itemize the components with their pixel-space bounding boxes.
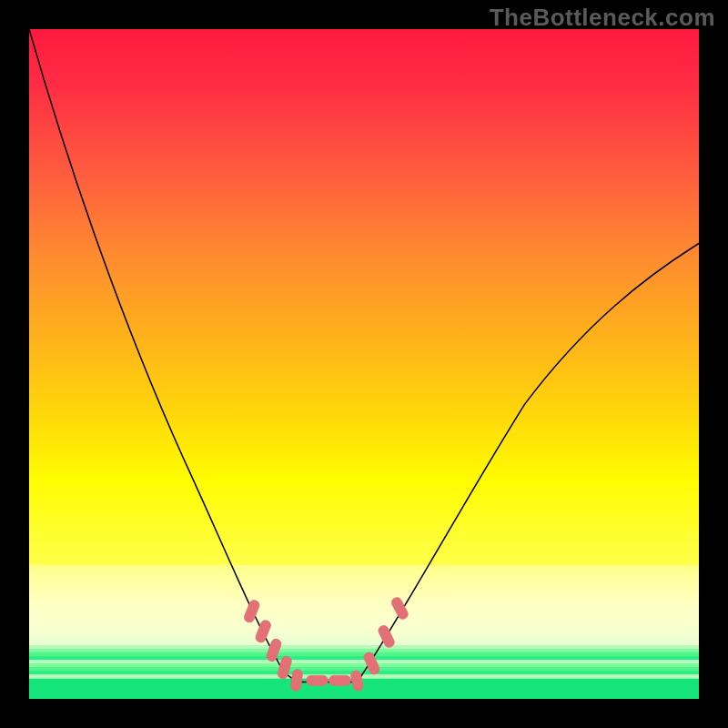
watermark-text: TheBottleneck.com: [490, 4, 715, 32]
svg-rect-0: [243, 599, 261, 623]
svg-rect-8: [362, 651, 380, 675]
svg-rect-1: [254, 619, 272, 643]
svg-rect-7: [350, 670, 364, 692]
plot-area: [29, 29, 699, 699]
chart-frame: TheBottleneck.com: [0, 0, 728, 728]
bottleneck-curve: [29, 29, 699, 699]
svg-rect-3: [277, 655, 293, 680]
svg-rect-6: [329, 675, 351, 685]
svg-rect-10: [390, 596, 410, 621]
curve-right-branch: [358, 244, 699, 682]
curve-left-branch: [29, 29, 297, 682]
svg-rect-5: [307, 675, 329, 685]
svg-rect-9: [377, 624, 396, 649]
svg-rect-4: [290, 669, 303, 692]
